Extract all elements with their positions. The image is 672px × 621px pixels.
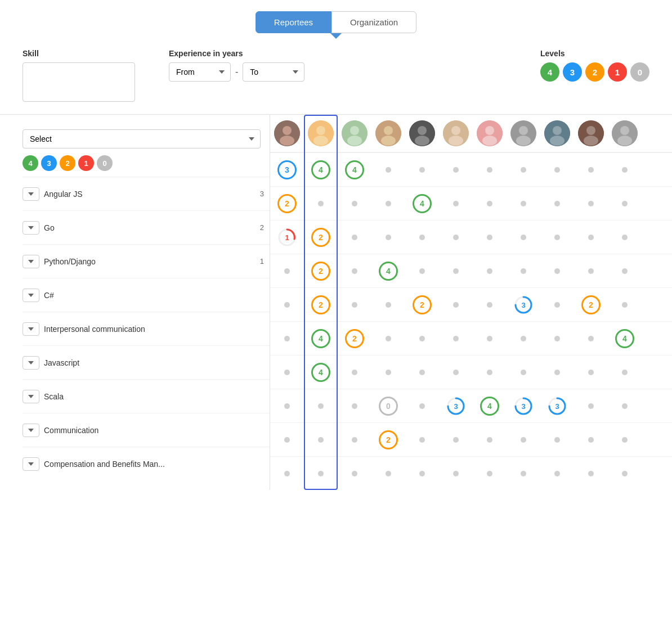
skill-row-angular: Angular JS 3	[23, 177, 270, 210]
tab-organization[interactable]: Organization	[331, 11, 416, 33]
cell-p10-comm	[574, 403, 608, 409]
cell-p7-js	[473, 336, 507, 341]
person-col-11[interactable]	[608, 120, 642, 146]
person-col-3[interactable]	[338, 120, 371, 146]
person-col-5[interactable]	[405, 120, 439, 146]
filter-row: Skill Experience in years From - To Leve…	[0, 39, 672, 115]
levels-label: Levels	[540, 49, 649, 58]
cell-p5-angular	[405, 167, 439, 173]
cell-p5-inter: 2	[405, 295, 439, 314]
svg-point-10	[384, 126, 393, 135]
data-row-angular: 3 4 4	[270, 152, 672, 186]
empty-dot	[521, 471, 526, 476]
cell-p10-csharp	[574, 268, 608, 274]
skill-row-scala: Scala	[23, 379, 270, 413]
skill-name-go: Go	[44, 223, 253, 232]
empty-dot	[419, 370, 425, 375]
skills-select-row: Select	[23, 120, 270, 153]
person-col-4[interactable]	[371, 120, 405, 146]
skill-circle: 4	[311, 329, 330, 348]
skill-circle: 4	[311, 363, 330, 382]
cell-p1-python: 1	[270, 228, 304, 247]
cell-extra	[304, 471, 338, 476]
svg-point-26	[550, 136, 565, 146]
expand-interpersonal[interactable]	[23, 322, 39, 336]
skills-select[interactable]: Select	[23, 129, 261, 148]
avatar-2	[308, 120, 334, 146]
cell-p7-angular	[473, 167, 507, 173]
cell-p2-scala: 4	[304, 363, 338, 382]
skill-circle: 4	[345, 160, 364, 179]
expand-communication[interactable]	[23, 424, 39, 437]
svg-point-29	[584, 136, 598, 146]
skill-row-compensation: Compensation and Benefits Man...	[23, 447, 270, 480]
empty-dot	[622, 268, 628, 274]
arc-cell: 3	[446, 397, 465, 416]
empty-dot	[588, 336, 594, 341]
level-0-badge[interactable]: 0	[630, 62, 649, 82]
person-col-8[interactable]	[507, 120, 540, 146]
expand-python[interactable]	[23, 255, 39, 268]
cell-p9-python	[540, 235, 574, 240]
cell-p10-js	[574, 336, 608, 341]
level-1-badge[interactable]: 1	[608, 62, 627, 82]
cell-p11-inter	[608, 302, 642, 308]
empty-dot	[588, 167, 594, 173]
skill-input[interactable]	[23, 62, 135, 102]
person-col-10[interactable]	[574, 120, 608, 146]
expand-scala[interactable]	[23, 390, 39, 403]
empty-dot	[622, 302, 628, 308]
cell-p3-comm	[338, 403, 371, 409]
skill-row-go: Go 2	[23, 210, 270, 244]
skill-circle: 2	[311, 295, 330, 314]
from-select[interactable]: From	[169, 62, 231, 82]
empty-dot	[352, 403, 357, 409]
level-badges: 4 3 2 1 0	[540, 62, 649, 82]
experience-range: From - To	[169, 62, 304, 82]
svg-point-28	[586, 126, 595, 135]
person-col-1[interactable]	[270, 120, 304, 146]
cell-p5-python	[405, 235, 439, 240]
empty-dot	[554, 471, 560, 476]
empty-dot	[622, 471, 628, 476]
person-col-7[interactable]	[473, 120, 507, 146]
expand-angular[interactable]	[23, 187, 39, 201]
expand-go[interactable]	[23, 221, 39, 235]
main-area: Select 4 3 2 1 0 Angular JS 3	[0, 115, 672, 490]
expand-javascript[interactable]	[23, 356, 39, 370]
skill-circle: 2	[379, 430, 398, 449]
cell-p9-inter	[540, 302, 574, 308]
empty-dot	[487, 370, 492, 375]
expand-compensation[interactable]	[23, 457, 39, 471]
cell-p11-python	[608, 235, 642, 240]
empty-dot	[318, 471, 324, 476]
skill-name-communication: Communication	[44, 426, 253, 435]
cell-p9-go	[540, 201, 574, 206]
empty-dot	[284, 268, 290, 274]
empty-dot	[386, 471, 391, 476]
empty-dot	[386, 235, 391, 240]
tab-reportees[interactable]: Reportees	[256, 11, 331, 33]
cell-p4-inter	[371, 302, 405, 308]
to-select[interactable]: To	[243, 62, 304, 82]
empty-dot	[419, 167, 425, 173]
avatar-5	[409, 120, 435, 146]
cell-p5-csharp	[405, 268, 439, 274]
cell-p8-python	[507, 235, 540, 240]
cell-p6-angular	[439, 167, 473, 173]
person-col-9[interactable]	[540, 120, 574, 146]
skill-circle: 2	[413, 295, 432, 314]
empty-dot	[554, 336, 560, 341]
expand-csharp[interactable]	[23, 289, 39, 302]
level-4-badge[interactable]: 4	[540, 62, 559, 82]
svg-point-2	[280, 136, 294, 146]
svg-point-1	[283, 126, 292, 135]
level-3-badge[interactable]: 3	[563, 62, 582, 82]
skill-label: Skill	[23, 49, 135, 58]
empty-dot	[284, 403, 290, 409]
level-2-badge[interactable]: 2	[585, 62, 604, 82]
cell-extra	[473, 471, 507, 476]
person-col-6[interactable]	[439, 120, 473, 146]
person-col-2[interactable]	[304, 120, 338, 146]
skill-circle: 0	[379, 397, 398, 416]
